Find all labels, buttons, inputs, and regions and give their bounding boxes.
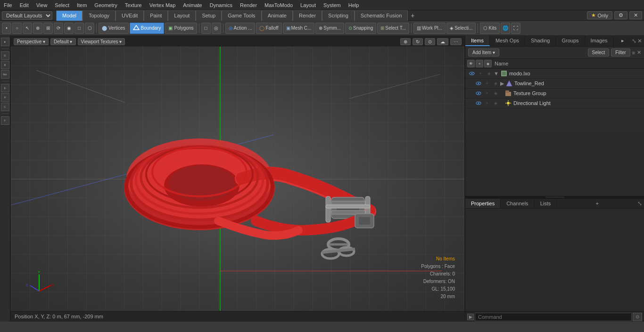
left-tool-1[interactable]: ▸ <box>1 38 9 46</box>
select-t-button[interactable]: ⊞ Select T... <box>377 23 409 34</box>
left-tool-pol[interactable]: P <box>1 93 9 102</box>
tool-circle-shape[interactable]: ◎ <box>212 23 221 34</box>
more-button[interactable]: ⋯ <box>450 38 462 45</box>
snapping-button[interactable]: ⊙ Snapping <box>345 23 376 34</box>
tool-snap[interactable]: ◉ <box>64 23 74 34</box>
select-items-button[interactable]: Select <box>588 49 610 57</box>
menu-animate[interactable]: Animate <box>179 1 206 9</box>
action-button[interactable]: ◎ Action ... <box>225 23 256 34</box>
item-eye3-towline[interactable]: ◈ <box>492 80 499 87</box>
polygons-button[interactable]: ▣ Polygons <box>165 23 197 34</box>
add-item-button[interactable]: Add Item ▾ <box>468 49 499 57</box>
tab-images[interactable]: Images <box>585 36 614 46</box>
tab-paint[interactable]: Paint <box>144 10 168 21</box>
tab-shading[interactable]: Shading <box>525 36 556 46</box>
vertices-button[interactable]: ⬤ Vertices <box>99 23 129 34</box>
left-tool-dup[interactable]: D <box>1 51 9 60</box>
left-tool-mesh[interactable]: Me <box>1 70 9 79</box>
tab-game-tools[interactable]: Game Tools <box>222 10 262 21</box>
menu-item[interactable]: Item <box>73 1 91 9</box>
item-eye-texgroup[interactable] <box>475 89 482 97</box>
cmd-arrow-icon[interactable]: ▶ <box>467 314 474 320</box>
item-eye3-modo[interactable]: ◈ <box>485 70 493 77</box>
tab-scripting[interactable]: Scripting <box>322 10 355 21</box>
menu-render[interactable]: Render <box>236 1 261 9</box>
viewport[interactable]: Perspective ▾ Default ▾ Viewport Texture… <box>10 36 465 322</box>
left-tool-e[interactable]: E <box>1 84 9 92</box>
tool-rotate[interactable]: ⟳ <box>54 23 63 34</box>
viewport-textures-dropdown[interactable]: Viewport Textures ▾ <box>78 38 125 45</box>
tool-dot[interactable]: • <box>2 23 11 34</box>
falloff-button[interactable]: ◯ Falloff <box>256 23 281 34</box>
symm-button[interactable]: ⊕ Symm... <box>315 23 344 34</box>
filter-button[interactable]: Filter <box>611 49 630 57</box>
kits-button[interactable]: ⬡ Kits <box>480 23 500 34</box>
command-input[interactable] <box>475 313 632 321</box>
menu-help[interactable]: Help <box>345 1 363 9</box>
render-toggle-all[interactable]: ◈ <box>484 60 492 67</box>
layout-dropdown[interactable]: Default Layouts <box>2 11 52 20</box>
item-eye2-towline[interactable]: + <box>483 80 491 87</box>
tab-items[interactable]: Items <box>465 36 490 46</box>
tab-schematic-fusion[interactable]: Schematic Fusion <box>355 10 408 21</box>
mesh-c-button[interactable]: ▣ Mesh C... <box>283 23 315 34</box>
left-tool-f[interactable]: F <box>1 116 9 125</box>
work-pl-button[interactable]: ▥ Work Pl... <box>413 23 446 34</box>
item-texture-group[interactable]: + ◈ Texture Group <box>465 89 644 98</box>
tool-box[interactable]: □ <box>74 23 84 34</box>
tab-properties[interactable]: Properties <box>465 199 501 208</box>
tab-uvedit[interactable]: UVEdit <box>116 10 144 21</box>
perspective-dropdown[interactable]: Perspective ▾ <box>14 38 49 45</box>
menu-vertex-map[interactable]: Vertex Map <box>146 1 180 9</box>
fit-button[interactable]: ⊕ <box>400 38 411 45</box>
zoom-button[interactable]: ⊙ <box>425 38 435 45</box>
settings-button[interactable]: ⚙ <box>614 11 627 19</box>
rotate-button[interactable]: ↻ <box>413 38 423 45</box>
tool-hex[interactable]: ⬡ <box>85 23 94 34</box>
menu-layout[interactable]: Layout <box>297 1 320 9</box>
item-eye3-dirlight[interactable]: ◈ <box>492 99 499 107</box>
props-tab-add[interactable]: + <box>592 199 602 208</box>
item-eye3-texgroup[interactable]: ◈ <box>492 89 499 97</box>
menu-view[interactable]: View <box>33 1 51 9</box>
tab-channels[interactable]: Channels <box>501 199 534 208</box>
panel-expand-button[interactable]: ⤡ <box>632 38 636 44</box>
item-eye-modo[interactable] <box>468 70 476 77</box>
tool-poly-shape[interactable]: □ <box>201 23 211 34</box>
tab-model[interactable]: Model <box>56 10 83 21</box>
item-eye-dirlight[interactable] <box>475 99 482 107</box>
item-eye2-dirlight[interactable]: + <box>483 99 491 107</box>
tab-setup[interactable]: Setup <box>196 10 222 21</box>
tab-layout[interactable]: Layout <box>168 10 196 21</box>
item-directional-light[interactable]: + ◈ Directional Light <box>465 98 644 108</box>
render-button[interactable]: ☁ <box>437 38 448 45</box>
close-button[interactable]: ✕ <box>629 11 642 19</box>
item-expand-towline[interactable]: ▶ <box>500 81 504 87</box>
tab-render[interactable]: Render <box>293 10 322 21</box>
menu-dynamics[interactable]: Dynamics <box>206 1 236 9</box>
tool-circle[interactable]: ○ <box>12 23 22 34</box>
tool-globe[interactable]: 🌐 <box>501 23 510 34</box>
panel-collapse-button[interactable]: ✕ <box>637 38 642 44</box>
menu-file[interactable]: File <box>0 1 16 9</box>
panel-tab-expand[interactable]: ▸ <box>618 36 628 46</box>
item-eye2-texgroup[interactable]: + <box>483 89 491 97</box>
menu-select[interactable]: Select <box>51 1 73 9</box>
menu-texture[interactable]: Texture <box>121 1 146 9</box>
tab-groups[interactable]: Groups <box>556 36 585 46</box>
left-tool-b[interactable]: B <box>1 61 9 69</box>
item-eye-towline[interactable] <box>475 80 482 87</box>
selecti-button[interactable]: ◈ Selecti... <box>446 23 476 34</box>
items-close-icon[interactable]: ✕ <box>637 49 641 56</box>
tool-move[interactable]: ⊕ <box>33 23 42 34</box>
items-settings-icon[interactable]: ≡ <box>632 50 635 56</box>
tab-add-icon[interactable]: + <box>408 11 417 20</box>
item-modo-lxo[interactable]: + ◈ ▼ modo.lxo <box>465 69 644 79</box>
tool-scale[interactable]: ⊞ <box>43 23 53 34</box>
lock-toggle-all[interactable]: + <box>476 60 483 67</box>
menu-geometry[interactable]: Geometry <box>91 1 121 9</box>
star-only-button[interactable]: ★ Only <box>587 11 612 19</box>
default-dropdown[interactable]: Default ▾ <box>50 38 75 45</box>
tab-topology[interactable]: Topology <box>83 10 116 21</box>
menu-edit[interactable]: Edit <box>16 1 33 9</box>
